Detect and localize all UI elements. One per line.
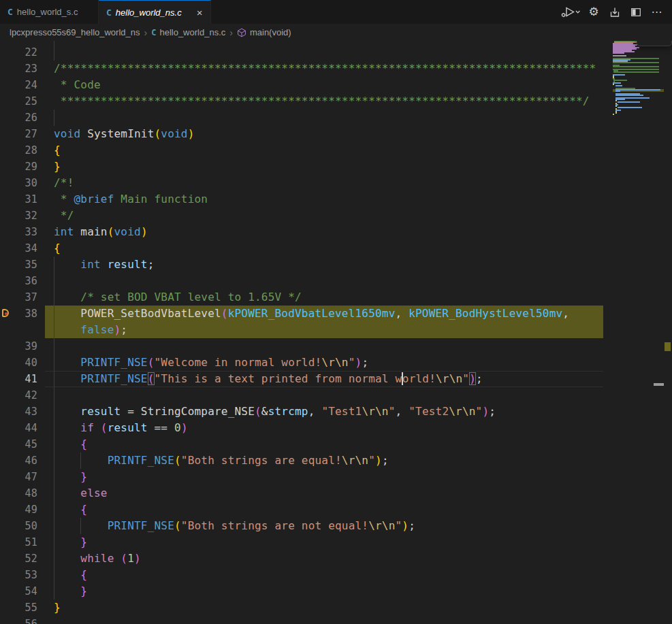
line-number[interactable]: 33 xyxy=(0,224,37,240)
line-number[interactable]: 50 xyxy=(0,518,37,534)
code-line-content[interactable]: } xyxy=(45,583,603,600)
code-line-content[interactable]: POWER_SetBodVbatLevel(kPOWER_BodVbatLeve… xyxy=(45,306,603,322)
code-line-content[interactable]: } xyxy=(45,534,603,551)
code-line-content[interactable]: { xyxy=(45,436,603,453)
code-line-content[interactable]: void SystemInit(void) xyxy=(45,126,603,142)
line-number[interactable]: 39 xyxy=(0,338,37,355)
line-number[interactable]: 49 xyxy=(0,502,37,518)
breadcrumb-item-file[interactable]: hello_world_ns.c xyxy=(159,27,225,37)
code-line-content[interactable]: while (1) xyxy=(45,551,603,567)
line-number[interactable]: 52 xyxy=(0,551,37,567)
code-line-content[interactable]: } xyxy=(45,469,603,485)
line-number[interactable]: 40 xyxy=(0,355,37,371)
close-icon[interactable]: × xyxy=(195,7,204,18)
code-line-content[interactable]: PRINTF_NSE("This is a text printed from … xyxy=(45,371,603,387)
breadcrumb-item-symbol[interactable]: main(void) xyxy=(250,27,291,37)
code-line-content[interactable]: int result; xyxy=(45,257,603,273)
ellipsis-icon: ⋯ xyxy=(652,5,663,18)
code-line-content[interactable]: } xyxy=(45,600,603,616)
code-line-content[interactable]: /* set BOD VBAT level to 1.65V */ xyxy=(45,289,603,306)
breadcrumb-item-folder[interactable]: lpcxpresso55s69_hello_world_ns xyxy=(10,27,140,37)
indent-guide xyxy=(80,518,81,534)
split-editor-button[interactable] xyxy=(628,4,644,20)
code-line-content[interactable]: { xyxy=(45,240,603,257)
line-number[interactable]: 28 xyxy=(0,142,37,159)
code-line-content[interactable]: false); xyxy=(45,322,603,338)
line-number[interactable]: 35 xyxy=(0,257,37,273)
symbol-method-icon xyxy=(237,28,246,37)
code-line-content[interactable]: if (result == 0) xyxy=(45,420,603,436)
code-line-content[interactable] xyxy=(45,338,603,355)
code-line-content[interactable]: int main(void) xyxy=(45,224,603,240)
line-number[interactable]: 22 xyxy=(0,44,37,61)
line-number[interactable]: 27 xyxy=(0,126,37,142)
line-number[interactable]: 53 xyxy=(0,567,37,583)
line-number[interactable]: 30 xyxy=(0,175,37,191)
line-number[interactable]: 44 xyxy=(0,420,37,436)
line-number[interactable]: 34 xyxy=(0,240,37,257)
line-number[interactable]: 25 xyxy=(0,93,37,110)
code-line-content[interactable]: { xyxy=(45,142,603,159)
line-number[interactable]: 41 xyxy=(0,371,37,387)
code-token: void xyxy=(54,127,80,140)
code-token: ( xyxy=(101,421,108,434)
code-token: \r\n xyxy=(368,519,395,532)
run-to-line-icon[interactable] xyxy=(656,41,667,42)
code-line-content[interactable] xyxy=(45,273,603,289)
tab-hello-world-ns[interactable]: C hello_world_ns.c × xyxy=(99,0,211,24)
indent-guide xyxy=(54,567,54,583)
code-token: if xyxy=(80,421,94,434)
overview-ruler[interactable] xyxy=(664,41,672,624)
code-line-content[interactable]: PRINTF_NSE("Both strings are not equal!\… xyxy=(45,518,603,534)
line-number[interactable]: 42 xyxy=(0,387,37,404)
install-button[interactable] xyxy=(607,4,623,20)
line-number[interactable]: 55 xyxy=(0,600,37,616)
line-number[interactable]: 54 xyxy=(0,583,37,600)
gear-icon: ⚙ xyxy=(588,5,598,19)
indent-guide xyxy=(54,273,54,289)
line-number[interactable]: 31 xyxy=(0,191,37,208)
code-line-content[interactable]: /***************************************… xyxy=(45,61,603,77)
line-number[interactable]: 56 xyxy=(0,616,37,624)
line-number[interactable]: 37 xyxy=(0,289,37,306)
line-number[interactable]: 29 xyxy=(0,159,37,175)
code-line-content[interactable]: ****************************************… xyxy=(45,93,603,110)
code-token: ) xyxy=(355,356,362,369)
code-editor[interactable]: 21 /2223/*******************************… xyxy=(0,41,672,624)
minimap[interactable] xyxy=(613,41,664,624)
line-number[interactable]: 47 xyxy=(0,469,37,485)
code-line-content[interactable] xyxy=(45,387,603,404)
code-line-content[interactable]: PRINTF_NSE("Both strings are equal!\r\n"… xyxy=(45,453,603,469)
line-number[interactable]: 23 xyxy=(0,61,37,77)
code-token: } xyxy=(80,536,87,548)
code-line-content[interactable]: } xyxy=(45,159,603,175)
code-line-content[interactable]: { xyxy=(45,502,603,518)
line-number[interactable]: 51 xyxy=(0,534,37,551)
line-number[interactable]: 24 xyxy=(0,77,37,93)
chevron-down-icon xyxy=(576,11,579,13)
code-line-content[interactable]: /*! xyxy=(45,175,603,191)
code-line-content[interactable]: * Code xyxy=(45,77,603,93)
code-line-content[interactable]: * @brief Main function xyxy=(45,191,603,208)
code-line-content[interactable]: PRINTF_NSE("Welcome in normal world!\r\n… xyxy=(45,355,603,371)
code-line-content[interactable] xyxy=(45,44,603,61)
line-number[interactable]: 45 xyxy=(0,436,37,453)
run-or-debug-button[interactable] xyxy=(560,4,581,20)
code-line-content[interactable] xyxy=(45,110,603,126)
tab-hello-world-s[interactable]: C hello_world_s.c xyxy=(0,0,99,24)
code-token: orld! xyxy=(402,372,436,385)
line-number[interactable]: 36 xyxy=(0,273,37,289)
line-number[interactable]: 48 xyxy=(0,485,37,502)
code-line-content[interactable] xyxy=(45,616,603,624)
code-line-content[interactable]: { xyxy=(45,567,603,583)
line-number[interactable]: 32 xyxy=(0,208,37,224)
code-line-content[interactable]: result = StringCompare_NSE(&strcmp, "Tes… xyxy=(45,404,603,420)
code-line-content[interactable]: */ xyxy=(45,208,603,224)
line-number[interactable]: 46 xyxy=(0,453,37,469)
line-number[interactable]: 43 xyxy=(0,404,37,420)
line-number[interactable]: 26 xyxy=(0,110,37,126)
code-token: \r\n xyxy=(436,372,462,385)
code-line-content[interactable]: else xyxy=(45,485,603,502)
more-actions-button[interactable]: ⋯ xyxy=(649,4,665,20)
settings-button[interactable]: ⚙ xyxy=(586,4,602,20)
